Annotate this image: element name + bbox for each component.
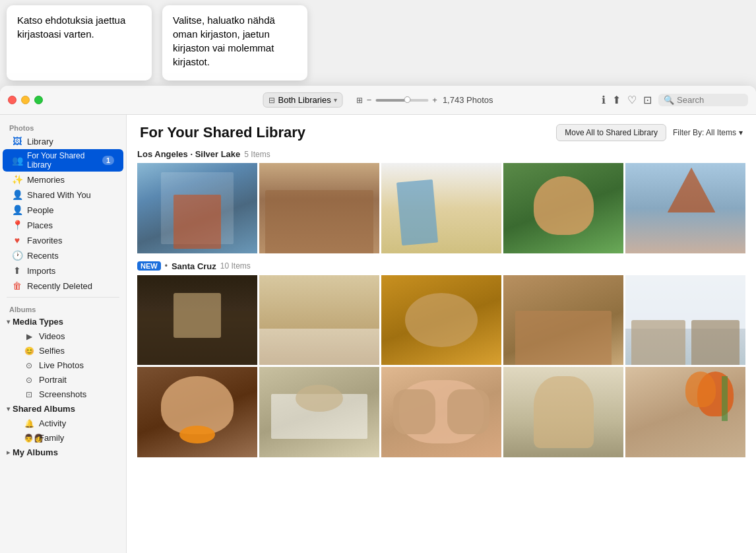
photo-cell[interactable] xyxy=(503,163,623,253)
sidebar-item-shared-with-you[interactable]: 👤 Shared With You xyxy=(3,187,123,202)
filter-control[interactable]: Filter By: All Items ▾ xyxy=(673,128,743,137)
content-title: For Your Shared Library xyxy=(140,124,305,141)
shared-albums-label: Shared Albums xyxy=(13,404,75,414)
fullscreen-button[interactable] xyxy=(34,96,43,104)
sidebar-item-favorites[interactable]: ♥ Favorites xyxy=(3,233,123,247)
sidebar-item-label: Shared With You xyxy=(27,190,91,200)
photo-cell[interactable] xyxy=(259,367,379,457)
shared-library-icon: 👥 xyxy=(12,155,22,166)
sidebar-item-people[interactable]: 👤 People xyxy=(3,203,123,217)
section-location-sc: Santa Cruz xyxy=(172,261,216,271)
sidebar-item-label: Videos xyxy=(39,331,65,341)
section-count-sc: 10 Items xyxy=(220,261,251,271)
sidebar-item-live-photos[interactable]: ⊙ Live Photos xyxy=(3,358,123,372)
body-layout: Photos 🖼 Library 👥 For Your Shared Libra… xyxy=(0,115,756,553)
portrait-icon: ⊙ xyxy=(24,375,34,385)
chevron-right-icon: ▸ xyxy=(7,449,10,456)
sidebar-item-recents[interactable]: 🕐 Recents xyxy=(3,248,123,263)
close-button[interactable] xyxy=(8,96,16,104)
albums-section-label: Albums xyxy=(0,302,126,315)
sidebar-item-label: Family xyxy=(39,433,64,443)
move-all-button[interactable]: Move All to Shared Library xyxy=(556,124,666,141)
search-icon: 🔍 xyxy=(664,95,674,105)
photo-count: 1,743 Photos xyxy=(443,95,493,105)
sidebar-item-videos[interactable]: ▶ Videos xyxy=(3,329,123,343)
chevron-down-icon: ▾ xyxy=(334,96,337,104)
sidebar-item-recently-deleted[interactable]: 🗑 Recently Deleted xyxy=(3,278,123,293)
library-icon: 🖼 xyxy=(12,136,22,146)
traffic-lights xyxy=(8,96,43,104)
media-types-toggle[interactable]: ▾ Media Types xyxy=(0,315,126,329)
sidebar: Photos 🖼 Library 👥 For Your Shared Libra… xyxy=(0,115,127,553)
photo-cell[interactable] xyxy=(137,367,257,457)
photo-cell[interactable] xyxy=(625,367,745,457)
main-window: ⊟ Both Libraries ▾ ⊞ − + 1,743 Photos ℹ … xyxy=(0,86,756,553)
sidebar-item-library[interactable]: 🖼 Library xyxy=(3,134,123,148)
shared-albums-toggle[interactable]: ▾ Shared Albums xyxy=(0,402,126,416)
photo-cell[interactable] xyxy=(137,275,257,366)
section-los-angeles: Los Angeles · Silver Lake 5 Items xyxy=(127,146,756,259)
search-input[interactable] xyxy=(677,95,743,105)
sidebar-item-label: Imports xyxy=(27,266,55,276)
zoom-plus[interactable]: + xyxy=(432,95,437,105)
photo-grid-sc-row1 xyxy=(137,275,745,366)
trash-icon: 🗑 xyxy=(12,280,22,291)
live-photos-icon: ⊙ xyxy=(24,361,34,370)
titlebar-center: ⊟ Both Libraries ▾ ⊞ − + 1,743 Photos xyxy=(263,92,493,108)
sidebar-item-screenshots[interactable]: ⊡ Screenshots xyxy=(3,387,123,401)
sidebar-item-activity[interactable]: 🔔 Activity xyxy=(3,416,123,430)
library-selector[interactable]: ⊟ Both Libraries ▾ xyxy=(263,92,342,108)
sidebar-item-label: Memories xyxy=(27,175,65,185)
zoom-minus[interactable]: − xyxy=(367,95,372,105)
zoom-control: ⊞ − + xyxy=(356,95,437,105)
sidebar-item-portrait[interactable]: ⊙ Portrait xyxy=(3,373,123,387)
main-content: For Your Shared Library Move All to Shar… xyxy=(127,115,756,553)
sidebar-item-family[interactable]: 👨‍👩 Family xyxy=(3,431,123,445)
section-header-la: Los Angeles · Silver Lake 5 Items xyxy=(137,149,745,159)
sidebar-item-for-shared-library[interactable]: 👥 For Your Shared Library 1 xyxy=(3,149,123,172)
my-albums-toggle[interactable]: ▸ My Albums xyxy=(0,445,126,459)
grid-icon: ⊞ xyxy=(356,96,363,105)
shared-library-badge: 1 xyxy=(102,156,114,165)
section-location-la: Los Angeles · Silver Lake xyxy=(137,149,240,159)
recents-icon: 🕐 xyxy=(12,250,22,261)
photo-cell[interactable] xyxy=(137,163,257,253)
sidebar-item-label: Favorites xyxy=(27,236,62,245)
content-title-area: For Your Shared Library xyxy=(140,124,305,141)
library-selector-label: Both Libraries xyxy=(278,95,331,105)
sidebar-item-imports[interactable]: ⬆ Imports xyxy=(3,263,123,278)
photo-cell[interactable] xyxy=(259,163,379,253)
photo-cell[interactable] xyxy=(381,275,501,366)
photo-cell[interactable] xyxy=(503,275,623,366)
section-santa-cruz: NEW • Santa Cruz 10 Items xyxy=(127,259,756,463)
library-selector-icon: ⊟ xyxy=(268,96,275,105)
titlebar-right: ℹ ⬆ ♡ ⊡ 🔍 xyxy=(602,94,748,106)
photo-cell[interactable] xyxy=(503,367,623,457)
sidebar-item-label: Live Photos xyxy=(39,360,84,370)
photo-cell[interactable] xyxy=(625,275,745,366)
photo-cell[interactable] xyxy=(381,163,501,253)
videos-icon: ▶ xyxy=(24,332,34,341)
zoom-slider[interactable] xyxy=(375,99,428,102)
activity-icon: 🔔 xyxy=(24,419,34,428)
people-icon: 👤 xyxy=(12,205,22,215)
chevron-down-icon: ▾ xyxy=(7,318,10,325)
sidebar-item-memories[interactable]: ✨ Memories xyxy=(3,172,123,187)
minimize-button[interactable] xyxy=(21,96,30,104)
heart-icon[interactable]: ♡ xyxy=(627,94,637,106)
sidebar-item-label: Activity xyxy=(39,418,66,428)
tooltip-2: Valitse, haluatko nähdä oman kirjaston, … xyxy=(162,5,307,81)
photo-cell[interactable] xyxy=(259,275,379,366)
media-types-label: Media Types xyxy=(13,317,63,327)
sidebar-item-selfies[interactable]: 😊 Selfies xyxy=(3,344,123,358)
photo-cell[interactable] xyxy=(381,367,501,457)
sidebar-divider-1 xyxy=(7,297,119,298)
photo-grid-sc-row2 xyxy=(137,367,745,457)
selfies-icon: 😊 xyxy=(24,346,34,356)
share-icon[interactable]: ⬆ xyxy=(612,94,621,106)
sidebar-item-places[interactable]: 📍 Places xyxy=(3,218,123,232)
photo-cell[interactable] xyxy=(625,163,745,253)
search-box[interactable]: 🔍 xyxy=(658,94,748,106)
rotate-icon[interactable]: ⊡ xyxy=(643,94,652,106)
info-icon[interactable]: ℹ xyxy=(602,94,606,106)
